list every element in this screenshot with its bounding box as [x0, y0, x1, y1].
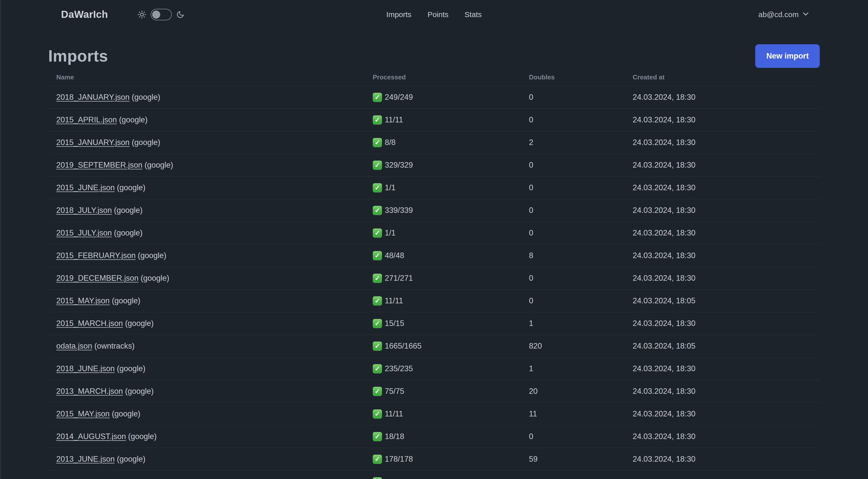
processed-count: 235/235	[385, 364, 413, 373]
file-link[interactable]: 2015_JANUARY.json	[56, 138, 130, 147]
navbar: DaWarIch	[0, 0, 868, 29]
nav-link-stats[interactable]: Stats	[465, 10, 482, 19]
check-icon: ✓	[373, 115, 382, 125]
processed-count: 249/249	[385, 93, 413, 102]
table-row: odata.json (owntracks) ✓ 1665/1665 820 2…	[48, 335, 820, 358]
theme-toggle[interactable]	[137, 9, 184, 20]
name-cell: 2015_APRIL.json (google)	[56, 115, 373, 124]
doubles-cell: 0	[529, 160, 633, 170]
file-link[interactable]: 2015_MARCH.json	[56, 319, 123, 328]
app-logo[interactable]: DaWarIch	[61, 9, 108, 20]
created-at-cell: 24.03.2024, 18:30	[633, 364, 820, 373]
user-email: ab@cd.com	[758, 10, 799, 19]
file-link[interactable]: 2018_JULY.json	[56, 206, 112, 215]
doubles-cell: 8	[529, 251, 633, 260]
name-cell: 2014_AUGUST.json (google)	[56, 432, 373, 441]
created-at-cell: 24.03.2024, 18:30	[633, 206, 820, 215]
processed-cell: ✓ 1665/1665	[373, 341, 529, 351]
table-row: 2015_JULY.json (google) ✓ 1/1 0 24.03.20…	[48, 222, 820, 244]
file-source: (google)	[125, 319, 154, 328]
file-link[interactable]: 2015_FEBRUARY.json	[56, 251, 135, 260]
doubles-cell: 2	[529, 138, 633, 147]
processed-cell: ✓ 178/178	[373, 455, 529, 464]
check-icon: ✓	[373, 455, 382, 464]
table-row: 2013_MARCH.json (google) ✓ 75/75 20 24.0…	[48, 380, 820, 403]
created-at-cell: 24.03.2024, 18:30	[633, 274, 820, 283]
created-at-cell: 24.03.2024, 18:30	[633, 455, 820, 464]
check-icon: ✓	[373, 409, 382, 419]
name-cell: 2013_JUNE.json (google)	[56, 455, 373, 464]
user-menu[interactable]: ab@cd.com	[758, 10, 809, 19]
nav-link-imports[interactable]: Imports	[386, 10, 411, 19]
table-row: 2015_MARCH.json (google) ✓ 15/15 1 24.03…	[48, 312, 820, 335]
theme-switch[interactable]	[151, 9, 172, 20]
name-cell: 2019_DECEMBER.json (google)	[56, 274, 373, 283]
file-link[interactable]: 2018_JUNE.json	[56, 364, 115, 373]
file-link[interactable]: 2015_JUNE.json	[56, 183, 115, 192]
check-icon: ✓	[373, 160, 382, 170]
file-link[interactable]: 2019_DECEMBER.json	[56, 274, 138, 282]
check-icon: ✓	[373, 432, 382, 441]
sun-icon	[137, 10, 146, 19]
table-row: 2015_FEBRUARY.json (google) ✓ 48/48 8 24…	[48, 244, 820, 267]
created-at-cell: 24.03.2024, 18:30	[633, 93, 820, 102]
file-link[interactable]: 2015_MAY.json	[56, 409, 110, 418]
chevron-down-icon	[803, 12, 809, 17]
created-at-cell: 24.03.2024, 18:30	[633, 183, 820, 192]
file-link[interactable]: 2015_JULY.json	[56, 229, 112, 237]
file-link[interactable]: 2013_MARCH.json	[56, 387, 123, 395]
doubles-cell: 11	[529, 409, 633, 418]
file-source: (google)	[132, 93, 160, 101]
name-cell: 2015_FEBRUARY.json (google)	[56, 251, 373, 260]
moon-icon	[176, 10, 184, 19]
file-source: (owntracks)	[94, 341, 135, 350]
imports-table: Name Processed Doubles Created at 2018_J…	[48, 69, 820, 479]
file-link[interactable]: 2014_AUGUST.json	[56, 432, 126, 441]
processed-cell: ✓ 8/8	[373, 138, 529, 147]
created-at-cell: 24.03.2024, 18:30	[633, 160, 820, 170]
table-row-partial: ✓	[48, 471, 820, 479]
new-import-button[interactable]: New import	[755, 44, 820, 68]
doubles-cell: 0	[529, 229, 633, 238]
processed-cell: ✓ 235/235	[373, 364, 529, 373]
table-row: 2018_JULY.json (google) ✓ 339/339 0 24.0…	[48, 199, 820, 222]
file-source: (google)	[112, 409, 141, 418]
processed-cell: ✓ 329/329	[373, 160, 529, 170]
app-window: DaWarIch	[0, 0, 868, 479]
file-source: (google)	[132, 138, 160, 147]
check-icon: ✓	[373, 206, 382, 215]
created-at-cell: 24.03.2024, 18:30	[633, 229, 820, 238]
table-header-row: Name Processed Doubles Created at	[48, 69, 820, 86]
doubles-cell: 1	[529, 364, 633, 373]
processed-cell: ✓ 11/11	[373, 296, 529, 306]
processed-cell: ✓ 11/11	[373, 409, 529, 419]
name-cell: 2019_SEPTEMBER.json (google)	[56, 160, 373, 170]
table-row: 2015_JUNE.json (google) ✓ 1/1 0 24.03.20…	[48, 177, 820, 199]
file-source: (google)	[112, 296, 141, 305]
created-at-cell: 24.03.2024, 18:30	[633, 138, 820, 147]
processed-cell: ✓ 48/48	[373, 251, 529, 260]
table-row: 2013_JUNE.json (google) ✓ 178/178 59 24.…	[48, 448, 820, 471]
check-icon: ✓	[373, 138, 382, 147]
table-row: 2014_AUGUST.json (google) ✓ 18/18 0 24.0…	[48, 425, 820, 448]
file-link[interactable]: 2015_APRIL.json	[56, 115, 117, 124]
processed-count: 75/75	[385, 387, 404, 396]
file-link[interactable]: odata.json	[56, 341, 92, 350]
processed-count: 11/11	[385, 296, 403, 305]
processed-count: 8/8	[385, 138, 396, 147]
file-link[interactable]: 2018_JANUARY.json	[56, 93, 130, 101]
doubles-cell: 20	[529, 387, 633, 396]
check-icon: ✓	[373, 274, 382, 283]
processed-count: 1/1	[385, 229, 396, 238]
name-cell: 2013_MARCH.json (google)	[56, 387, 373, 396]
check-icon: ✓	[373, 341, 382, 351]
name-cell: 2015_JULY.json (google)	[56, 229, 373, 238]
processed-cell: ✓ 271/271	[373, 274, 529, 283]
nav-link-points[interactable]: Points	[428, 10, 448, 19]
file-link[interactable]: 2015_MAY.json	[56, 296, 110, 305]
processed-count: 271/271	[385, 274, 413, 283]
file-source: (google)	[117, 455, 146, 463]
processed-count: 18/18	[385, 432, 404, 441]
file-link[interactable]: 2019_SEPTEMBER.json	[56, 160, 143, 169]
file-link[interactable]: 2013_JUNE.json	[56, 455, 115, 463]
